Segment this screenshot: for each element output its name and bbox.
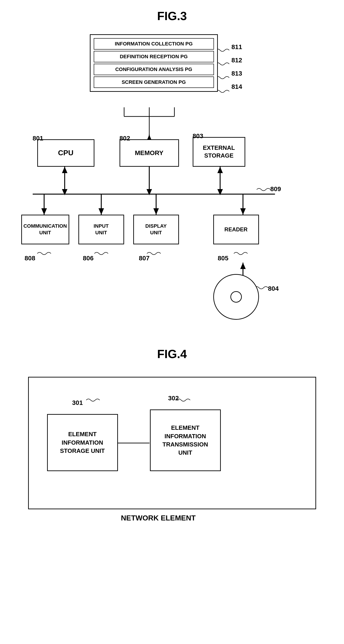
pg814-box: SCREEN GENERATION PG xyxy=(94,76,214,88)
svg-marker-22 xyxy=(240,208,246,215)
cpu-box: CPU xyxy=(37,139,94,167)
fig4-title: FIG.4 xyxy=(14,347,330,361)
svg-marker-24 xyxy=(240,262,246,269)
svg-marker-3 xyxy=(62,167,68,173)
ref-811: 811 xyxy=(231,44,242,51)
pg812-box: DEFINITION RECEPTION PG xyxy=(94,51,214,62)
input-unit-box: INPUTUNIT xyxy=(78,215,124,244)
element-info-transmission-box: ELEMENTINFORMATIONTRANSMISSIONUNIT xyxy=(150,410,221,471)
ref-814: 814 xyxy=(231,83,242,90)
ref-301: 301 xyxy=(72,399,83,406)
ref-805: 805 xyxy=(218,255,229,262)
fig3-diagram: INFORMATION COLLECTION PG DEFINITION REC… xyxy=(15,32,330,329)
ref-812: 812 xyxy=(231,57,242,64)
ref-809: 809 xyxy=(270,186,281,193)
fig4-diagram: ELEMENTINFORMATIONSTORAGE UNIT ELEMENTIN… xyxy=(15,370,330,530)
ref-806: 806 xyxy=(83,255,94,262)
ref-807: 807 xyxy=(139,255,150,262)
ref-804: 804 xyxy=(268,285,279,292)
disc-icon xyxy=(213,274,259,320)
ref-808: 808 xyxy=(25,255,36,262)
ref-802: 802 xyxy=(120,135,130,142)
memory-box: MEMORY xyxy=(120,139,179,167)
svg-marker-8 xyxy=(62,189,68,195)
element-info-storage-box: ELEMENTINFORMATIONSTORAGE UNIT xyxy=(47,414,118,471)
display-unit-box: DISPLAYUNIT xyxy=(133,215,179,244)
ref-803: 803 xyxy=(193,132,203,140)
ref-801: 801 xyxy=(33,135,44,142)
svg-marker-16 xyxy=(41,208,47,215)
svg-marker-11 xyxy=(147,189,152,195)
svg-marker-14 xyxy=(217,189,223,195)
ref-302: 302 xyxy=(168,394,179,402)
fig4-outer-box: ELEMENTINFORMATIONSTORAGE UNIT ELEMENTIN… xyxy=(28,377,316,509)
pg811-box: INFORMATION COLLECTION PG xyxy=(94,38,214,50)
svg-marker-18 xyxy=(99,208,104,215)
svg-marker-5 xyxy=(41,208,47,215)
communication-unit-box: COMMUNICATIONUNIT xyxy=(21,215,69,244)
external-storage-box: EXTERNALSTORAGE xyxy=(193,137,245,167)
program-group: INFORMATION COLLECTION PG DEFINITION REC… xyxy=(90,34,218,92)
page: FIG.3 xyxy=(0,0,344,548)
fig3-title: FIG.3 xyxy=(14,9,330,23)
ref-813: 813 xyxy=(231,70,242,77)
svg-marker-20 xyxy=(153,208,159,215)
reader-box: READER xyxy=(213,215,259,244)
pg813-box: CONFIGURATION ANALYSIS PG xyxy=(94,64,214,75)
network-element-label: NETWORK ELEMENT xyxy=(15,514,302,522)
svg-marker-13 xyxy=(217,167,223,173)
